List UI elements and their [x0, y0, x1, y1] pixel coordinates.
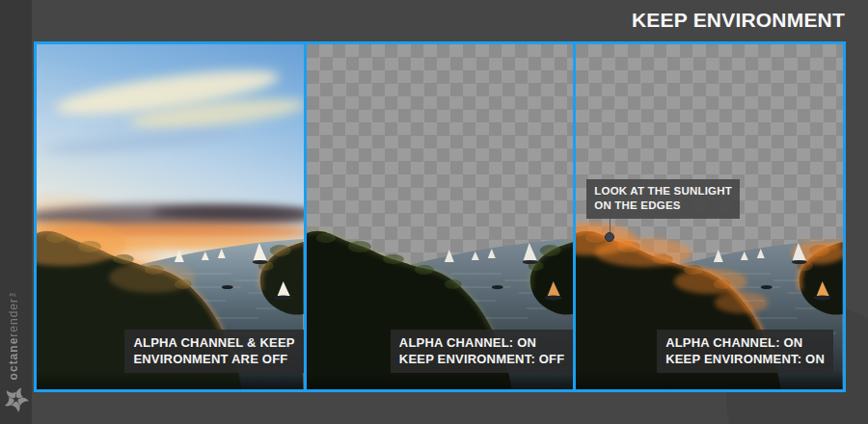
brand-name-light: render [7, 298, 20, 337]
caption-line: ENVIRONMENT ARE OFF [133, 351, 294, 367]
brand-trademark: ™ [9, 288, 17, 298]
caption-line: ALPHA CHANNEL: ON [399, 334, 565, 351]
page-background: KEEP ENVIRONMENT octanerender™ [0, 0, 868, 424]
caption-panel-2: ALPHA CHANNEL: ON KEEP ENVIRONMENT: OFF [391, 330, 574, 373]
caption-panel-3: ALPHA CHANNEL: ON KEEP ENVIRONMENT: ON [657, 330, 833, 373]
annotation-callout: LOOK AT THE SUNLIGHT ON THE EDGES [586, 179, 740, 219]
brand-sidebar: octanerender™ [0, 0, 32, 424]
panel-alpha-keep-off: ALPHA CHANNEL & KEEP ENVIRONMENT ARE OFF [37, 44, 304, 389]
comparison-panels: ALPHA CHANNEL & KEEP ENVIRONMENT ARE OFF… [34, 41, 846, 392]
page-title: KEEP ENVIRONMENT [632, 9, 845, 32]
annotation-line: LOOK AT THE SUNLIGHT [594, 184, 732, 199]
caption-panel-1: ALPHA CHANNEL & KEEP ENVIRONMENT ARE OFF [124, 330, 303, 373]
caption-line: KEEP ENVIRONMENT: OFF [399, 351, 565, 367]
caption-line: KEEP ENVIRONMENT: ON [665, 351, 825, 367]
caption-line: ALPHA CHANNEL: ON [665, 334, 825, 351]
octane-pinwheel-icon [3, 386, 29, 416]
panel-alpha-on-keep-off: ALPHA CHANNEL: ON KEEP ENVIRONMENT: OFF [307, 44, 574, 389]
caption-line: ALPHA CHANNEL & KEEP [133, 334, 294, 351]
panel-alpha-on-keep-on: LOOK AT THE SUNLIGHT ON THE EDGES ALPHA … [576, 44, 843, 389]
brand-name-bold: octane [7, 336, 20, 380]
annotation-line: ON THE EDGES [594, 199, 732, 213]
brand-wordmark: octanerender™ [7, 288, 20, 380]
